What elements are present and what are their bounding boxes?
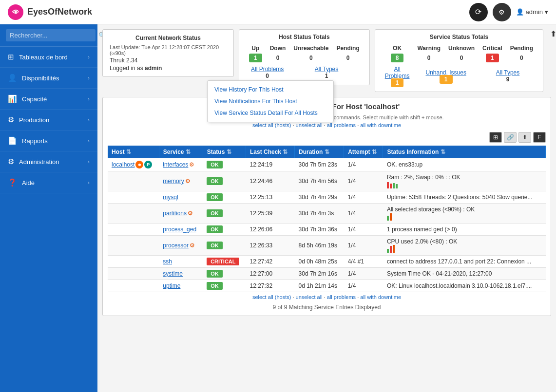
svc-unknown-count[interactable]: 0 (444, 53, 479, 63)
svc-warning-count[interactable]: 0 (413, 53, 444, 63)
svc-critical-count[interactable]: 1 (479, 53, 506, 63)
host-down-count[interactable]: 0 (266, 53, 290, 63)
cell-attempt: 1/4 (344, 280, 383, 292)
export-btn[interactable]: ⬆ (518, 132, 531, 143)
cell-duration: 0d 0h 48m 25s (295, 256, 344, 268)
status-row: Current Network Status Last Update: Tue … (102, 29, 551, 92)
sidebar-item-disponibilites[interactable]: 👤 Disponibilités › (0, 68, 97, 89)
cell-host (108, 224, 159, 236)
grid-view-btn[interactable]: ⊞ (489, 132, 502, 143)
all-problems-val: 0 (266, 73, 269, 79)
help-icon: ❓ (8, 178, 17, 187)
svc-all-types[interactable]: All Types 9 (479, 63, 537, 88)
cell-info: CPU used 2.0% (<80) : OK (383, 236, 546, 256)
table-row: partitions⚙OK12:25:3930d 7h 4m 3s1/4All … (108, 204, 546, 224)
user-label: admin (526, 8, 543, 16)
all-problems-label[interactable]: All Problems 0 (245, 63, 289, 81)
th-status[interactable]: Status ⇅ (203, 146, 246, 158)
view-service-status-link[interactable]: View Service Status Detail For All Hosts (208, 107, 333, 119)
all-problems-link[interactable]: All Problems (251, 66, 284, 73)
user-icon: 👤 (516, 8, 524, 16)
cell-service: ssh (159, 256, 203, 268)
svc-col-unknown: Unknown (444, 43, 479, 53)
status-badge: OK (207, 225, 223, 233)
toggle-btn[interactable]: E (533, 132, 546, 143)
all-types-link[interactable]: All Types (315, 66, 338, 73)
chevron-icon: › (88, 117, 90, 123)
host-unreachable-count[interactable]: 0 (289, 53, 332, 63)
sidebar-item-rapports[interactable]: 📄 Rapports › (0, 131, 97, 151)
view-history-link[interactable]: View History For This Host (208, 84, 333, 95)
settings-button[interactable]: ⚙ (493, 3, 511, 21)
svc-pending-count[interactable]: 0 (506, 53, 537, 63)
chevron-icon: › (88, 138, 90, 144)
service-link[interactable]: ssh (163, 258, 172, 265)
host-dropdown-menu: View History For This Host View Notifica… (207, 80, 334, 122)
all-with-downtime-bottom-link[interactable]: all with downtime (360, 294, 401, 300)
th-status-info[interactable]: Status Information ⇅ (383, 146, 546, 158)
sidebar-item-production[interactable]: ⚙ Production › (0, 110, 97, 131)
service-link[interactable]: process_ged (163, 226, 196, 233)
status-badge: OK (207, 270, 223, 278)
cell-status: OK (203, 191, 246, 204)
logo-text: EyesOfNetwork (27, 7, 92, 17)
select-all-hosts-link[interactable]: select all (hosts) (252, 122, 291, 128)
th-attempt[interactable]: Attempt ⇅ (344, 146, 383, 158)
cell-duration: 30d 7h 4m 3s (295, 204, 344, 224)
th-last-check[interactable]: Last Check ⇅ (246, 146, 295, 158)
all-problems-bottom-link[interactable]: all problems (327, 294, 356, 300)
sidebar: 🔍 ⊞ Tableaux de bord › 👤 Disponibilités … (0, 24, 97, 392)
all-with-downtime-link[interactable]: all with downtime (360, 122, 401, 128)
view-notifications-link[interactable]: View Notifications For This Host (208, 95, 333, 107)
select-all-hosts-bottom-link[interactable]: select all (hosts) (252, 294, 291, 300)
admin-icon: ⚙ (8, 157, 14, 166)
th-host[interactable]: Host ⇅ (108, 146, 159, 158)
unselect-all-bottom-link[interactable]: unselect all (296, 294, 323, 300)
cell-attempt: 1/4 (344, 204, 383, 224)
svc-ok-count[interactable]: 8 (381, 53, 414, 63)
cell-status: OK (203, 236, 246, 256)
collapse-button[interactable]: ⬆ (550, 29, 556, 38)
search-input[interactable] (6, 29, 96, 41)
service-link[interactable]: memory (163, 178, 184, 185)
link-btn[interactable]: 🔗 (504, 132, 517, 143)
sparkbar (387, 213, 542, 221)
sidebar-item-aide[interactable]: ❓ Aide › (0, 172, 97, 193)
service-link[interactable]: processor (163, 242, 189, 249)
host-link[interactable]: localhost (112, 161, 134, 168)
sidebar-item-label: Rapports (22, 137, 48, 145)
service-link[interactable]: uptime (163, 282, 180, 289)
service-link[interactable]: partitions (163, 210, 187, 217)
sparkbar (387, 245, 542, 253)
th-duration[interactable]: Duration ⇅ (295, 146, 344, 158)
status-badge: OK (207, 193, 223, 201)
cell-info: 1 process named ged (> 0) (383, 224, 546, 236)
service-link[interactable]: mysql (163, 194, 178, 201)
sidebar-item-capacite[interactable]: 📊 Capacité › (0, 89, 97, 110)
svc-unhand-issues[interactable]: Unhand. Issues 1 (413, 63, 479, 88)
refresh-button[interactable]: ⟳ (469, 3, 488, 21)
cell-service: process_ged (159, 224, 203, 236)
th-service[interactable]: Service ⇅ (159, 146, 203, 158)
all-problems-filter-link[interactable]: all problems (327, 122, 356, 128)
cell-last-check: 12:27:00 (246, 268, 295, 280)
spark-segment (390, 246, 392, 253)
service-link[interactable]: interfaces (163, 161, 188, 168)
logo-icon: 👁 (8, 4, 23, 20)
service-link[interactable]: systime (163, 270, 183, 277)
svc-col-ok: OK (381, 43, 414, 53)
sidebar-item-tableaux[interactable]: ⊞ Tableaux de bord › (0, 47, 97, 68)
network-title: Current Network Status (110, 35, 227, 41)
cell-last-check: 12:24:46 (246, 171, 295, 191)
svc-col-warning: Warning (413, 43, 444, 53)
table-toolbar: ⊞ 🔗 ⬆ E (108, 132, 546, 143)
host-pending-count[interactable]: 0 (332, 53, 363, 63)
all-types-label[interactable]: All Types 1 (289, 63, 363, 81)
svc-all-problems[interactable]: All Problems 1 (381, 63, 414, 88)
user-menu[interactable]: 👤 admin ▾ (516, 8, 548, 16)
sidebar-item-administration[interactable]: ⚙ Administration › (0, 151, 97, 172)
status-badge: OK (207, 282, 223, 290)
unselect-all-link[interactable]: unselect all (296, 122, 323, 128)
host-up-count[interactable]: 1 (245, 53, 266, 63)
sidebar-item-label: Administration (19, 158, 59, 166)
